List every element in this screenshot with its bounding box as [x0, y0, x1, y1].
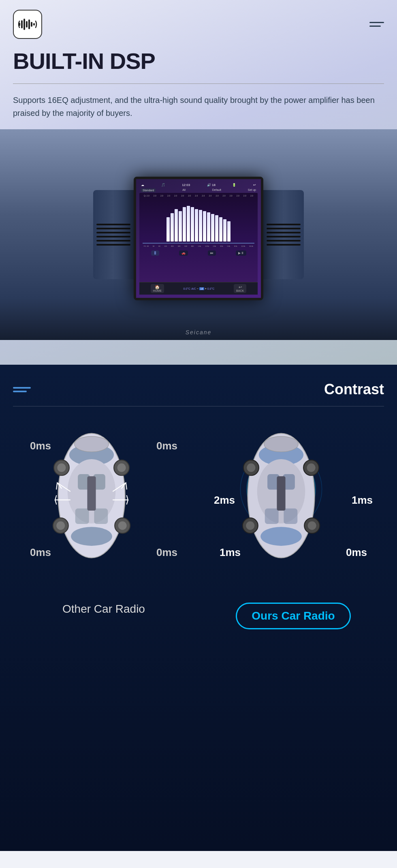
ours-car-timing-mr: 1ms: [352, 494, 373, 507]
other-car-svg: [47, 423, 136, 569]
logo-box: [13, 10, 42, 39]
svg-rect-6: [33, 23, 35, 26]
screen-back: ↩: [253, 183, 256, 187]
fan-plus[interactable]: +: [205, 287, 207, 290]
top-section: BUILT-IN DSP Supports 16EQ adjustment, a…: [0, 0, 397, 365]
other-car-label: Other Car Radio: [62, 603, 145, 615]
ours-car-timing-br: 0ms: [346, 546, 367, 559]
title-divider: [13, 83, 384, 84]
contrast-icon-line-1: [13, 387, 31, 389]
screen-battery: 🔋: [232, 183, 236, 187]
other-car-timing-tr: 0ms: [156, 440, 177, 452]
eq-filter-all[interactable]: All: [182, 188, 186, 192]
hamburger-menu[interactable]: [369, 22, 384, 27]
menu-line-2: [369, 26, 381, 27]
home-btn[interactable]: 🏠 HOME: [151, 284, 164, 293]
eq-area: Q: 2.02.02.02.02.02.02.02.02.02.02.02.02…: [139, 193, 258, 282]
screen-icon-cloud: ☁: [141, 183, 144, 187]
svg-rect-16: [87, 476, 96, 511]
contrast-header: Contrast: [13, 381, 384, 398]
eq-mode-icon-1[interactable]: 🎛: [151, 250, 159, 256]
other-car-timing-tl: 0ms: [30, 440, 51, 452]
svg-point-10: [71, 527, 112, 546]
svg-point-40: [247, 464, 255, 472]
contrast-title: Contrast: [324, 381, 384, 398]
page-title: BUILT-IN DSP: [13, 49, 384, 74]
ours-car-timing-bl: 1ms: [220, 546, 241, 559]
fan-minus[interactable]: −: [197, 287, 198, 290]
left-vent: [93, 190, 134, 279]
ours-car-timing-ml: 2ms: [214, 494, 235, 507]
screen: ☁ 🎵 12:03 🔊 18 🔋 ↩ Standard All Default …: [136, 179, 261, 298]
svg-rect-37: [284, 509, 297, 524]
eq-curve-svg: [143, 237, 254, 249]
eq-setup-btn[interactable]: Set up: [248, 188, 256, 192]
title-area: BUILT-IN DSP: [0, 45, 397, 79]
ours-car-label-button[interactable]: Ours Car Radio: [236, 603, 350, 629]
screen-statusbar: ☁ 🎵 12:03 🔊 18 🔋 ↩: [139, 182, 258, 188]
screen-icon-music: 🎵: [161, 183, 165, 187]
ours-car-top-view: 2ms 1ms: [237, 423, 350, 593]
svg-point-24: [118, 522, 127, 530]
svg-rect-3: [26, 21, 28, 28]
eq-bar-5[interactable]: [183, 207, 186, 242]
subtitle-text: Supports 16EQ adjustment, and the ultra-…: [0, 89, 397, 129]
other-car-timing-bl: 0ms: [30, 546, 51, 559]
temp-left-val: 0.0°C: [184, 287, 191, 290]
menu-line-1: [369, 22, 384, 23]
right-vent: [263, 190, 304, 279]
screen-volume: 🔊 18: [207, 183, 216, 187]
svg-point-42: [307, 464, 316, 472]
eq-baseline: [143, 243, 254, 244]
header: [0, 0, 397, 45]
svg-point-18: [57, 464, 66, 472]
svg-point-20: [117, 464, 126, 472]
contrast-icon-line-2: [13, 391, 27, 392]
ac-label[interactable]: A/C: [191, 287, 196, 290]
mode-icons-row: 🎛 🚗 ⏭ ▶⏸: [141, 250, 256, 256]
contrast-divider: [13, 406, 384, 406]
svg-point-11: [75, 436, 109, 452]
eq-bar-7[interactable]: [191, 207, 194, 242]
eq-mode-icon-2[interactable]: 🚗: [179, 250, 188, 256]
temp-right-val: 0.0°C: [207, 287, 215, 290]
eq-bar-8[interactable]: [195, 209, 198, 242]
svg-rect-1: [21, 20, 23, 28]
svg-point-44: [246, 522, 254, 530]
screen-time: 12:03: [182, 183, 190, 187]
svg-point-22: [56, 522, 65, 530]
svg-rect-38: [277, 476, 285, 511]
contrast-icon: [13, 387, 31, 392]
svg-rect-5: [31, 22, 32, 27]
svg-point-33: [264, 436, 299, 452]
car-image: ☁ 🎵 12:03 🔊 18 🔋 ↩ Standard All Default …: [0, 129, 397, 340]
back-btn[interactable]: ↩ BACK: [234, 284, 246, 293]
ours-car-label-box: Ours Car Radio: [236, 603, 350, 629]
other-car-label-box: Other Car Radio: [62, 603, 145, 616]
eq-preset[interactable]: Standard: [141, 188, 156, 192]
svg-rect-15: [94, 509, 108, 524]
eq-bar-3[interactable]: [175, 209, 178, 242]
eq-controls-row: Standard All Default Set up: [139, 188, 258, 193]
brand-watermark: Seicane: [186, 329, 212, 336]
svg-rect-4: [28, 19, 30, 29]
q-values-row: Q: 2.02.02.02.02.02.02.02.02.02.02.02.02…: [141, 195, 256, 197]
head-unit: ☁ 🎵 12:03 🔊 18 🔋 ↩ Standard All Default …: [134, 177, 263, 300]
comparison-area: 0ms 0ms: [13, 423, 384, 629]
other-car-comparison: 0ms 0ms: [13, 423, 194, 616]
fan-value: 18: [199, 287, 204, 290]
other-car-top-view: 0ms 0ms: [47, 423, 160, 593]
eq-bars: [141, 205, 256, 242]
bottom-section: Contrast 0ms 0ms: [0, 365, 397, 851]
ours-car-svg: [237, 423, 326, 569]
svg-point-32: [260, 527, 302, 546]
svg-rect-2: [23, 19, 25, 30]
eq-default-btn[interactable]: Default: [212, 188, 221, 192]
ac-controls: 0.0°C A/C − 18 + 0.0°C: [184, 287, 215, 290]
svg-rect-14: [75, 509, 89, 524]
eq-bar-6[interactable]: [187, 206, 190, 242]
screen-bottom-controls: 🏠 HOME 0.0°C A/C − 18 + 0.0°C ↩ BACK: [139, 282, 258, 295]
eq-mode-icon-3[interactable]: ⏭: [208, 250, 216, 256]
ours-car-comparison: 2ms 1ms: [203, 423, 384, 629]
eq-mode-icon-4[interactable]: ▶⏸: [236, 250, 246, 256]
